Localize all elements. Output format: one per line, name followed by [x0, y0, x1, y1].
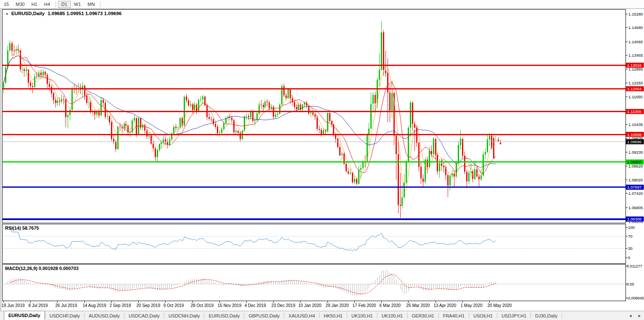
candle-up	[61, 99, 62, 102]
macd-axis-label: 0.011277	[627, 264, 642, 268]
timeframe-button-15[interactable]: 15	[0, 1, 12, 8]
symbol-tab-ger30-h1[interactable]: GER30,H1	[408, 311, 438, 320]
symbol-tab-usoil-h1[interactable]: USOil,H1	[469, 311, 497, 320]
chart-canvas[interactable]: 1.152801.146801.140651.134651.128651.122…	[0, 0, 644, 320]
timeframe-button-h4[interactable]: H4	[41, 1, 53, 8]
candle-up	[107, 116, 108, 117]
date-tick-label: 13 Apr 2020	[434, 303, 457, 308]
price-tick-label: 1.06805	[628, 205, 643, 210]
candle-up	[177, 128, 179, 129]
candle-down	[356, 179, 357, 184]
candle-down	[261, 105, 262, 105]
tab-scroll-left-icon[interactable]: ◄	[628, 314, 632, 318]
symbol-tab-eurusd-daily[interactable]: EURUSD,Daily	[4, 311, 45, 320]
tab-separator	[562, 313, 562, 318]
candle-down	[441, 163, 442, 166]
symbol-tab-usdcad-daily[interactable]: USDCAD,Daily	[124, 311, 164, 320]
symbol-tab-usdchf-daily[interactable]: USDCHF,Daily	[45, 311, 84, 320]
candle-down	[30, 83, 31, 86]
symbol-tab-xauusd-h4[interactable]: XAUUSD,H4	[284, 311, 319, 320]
candle-down	[414, 124, 415, 128]
svg-text:1.13034: 1.13034	[627, 63, 641, 68]
candle-down	[215, 124, 216, 127]
symbol-tab-usdcnh-daily[interactable]: USDCNH,Daily	[164, 311, 204, 320]
symbol-tab-uk100-h1[interactable]: UK100,H1	[347, 311, 377, 320]
symbol-tabbar: EURUSD,DailyUSDCHF,DailyAUDUSD,DailyUSDC…	[0, 311, 644, 320]
candle-down	[335, 135, 336, 139]
candle-up	[157, 150, 158, 157]
candle-down	[240, 133, 241, 139]
candle-down	[296, 107, 297, 109]
candle-up	[148, 136, 150, 136]
candle-up	[410, 102, 411, 128]
svg-text:1.08800: 1.08800	[627, 160, 641, 164]
candle-up	[57, 101, 58, 103]
timeframe-button-h1[interactable]: H1	[28, 1, 41, 8]
symbol-tab-hk50-h1[interactable]: HK50,H1	[319, 311, 347, 320]
candle-down	[385, 71, 386, 73]
candle-up	[169, 139, 170, 145]
candle-up	[124, 124, 125, 128]
candle-up	[161, 142, 162, 144]
timeframe-button-mn[interactable]: MN	[84, 1, 98, 8]
candle-down	[36, 76, 37, 77]
chart-legend: ▼ EURUSD,Daily 1.09685 1.09951 1.09673 1…	[5, 11, 121, 16]
macd-axis-label: -0.008845	[627, 296, 644, 300]
level-price-label: 1.10008	[626, 132, 644, 137]
candle-down	[493, 138, 494, 158]
candle-up	[21, 69, 23, 70]
date-tick-label: 8 Jul 2019	[29, 303, 48, 308]
candle-up	[341, 154, 343, 155]
candle-down	[53, 93, 54, 100]
candle-down	[153, 144, 154, 148]
candle-up	[425, 160, 426, 182]
svg-text:1.09696: 1.09696	[627, 139, 641, 144]
candle-up	[159, 144, 160, 150]
candle-down	[447, 175, 449, 186]
symbol-tab-audusd-daily[interactable]: AUDUSD,Daily	[84, 311, 124, 320]
candle-down	[396, 136, 397, 154]
date-tick-label: 17 Feb 2020	[353, 303, 377, 308]
symbol-tab-uk100-h1[interactable]: UK100,H1	[377, 311, 407, 320]
chart-dropdown-icon[interactable]: ▼	[5, 13, 8, 16]
date-tick-label: 25 Mar 2020	[406, 303, 430, 308]
candle-up	[179, 118, 181, 128]
symbol-tab-usdjpy-h1[interactable]: USDJPY,H1	[497, 311, 531, 320]
symbol-tab-dj30-daily[interactable]: DJ30,Daily	[531, 311, 562, 320]
candle-up	[298, 105, 299, 109]
timeframe-button-w1[interactable]: W1	[71, 1, 84, 8]
candle-up	[439, 163, 440, 171]
candle-up	[323, 130, 324, 134]
candle-down	[443, 166, 444, 167]
macd-axis-label: 0.00	[627, 282, 634, 286]
price-tick-label: 1.07420	[628, 191, 643, 196]
tab-scroll-right-icon[interactable]: ►	[638, 314, 641, 318]
candle-down	[238, 131, 239, 133]
date-tick-label: 4 Dec 2019	[245, 303, 267, 308]
symbol-tab-eurusd-daily[interactable]: EURUSD,Daily	[204, 311, 244, 320]
candle-down	[337, 139, 338, 147]
candle-down	[248, 116, 249, 117]
candle-up	[391, 93, 393, 110]
candle-down	[400, 205, 401, 206]
price-tick-label: 1.09235	[628, 150, 643, 155]
candle-down	[267, 102, 268, 102]
candle-up	[34, 76, 35, 87]
symbol-tab-gbpusd-daily[interactable]: GBPUSD,Daily	[244, 311, 284, 320]
candle-down	[13, 51, 15, 51]
candle-down	[63, 99, 64, 100]
candle-down	[105, 103, 106, 117]
price-tick-label: 1.08020	[628, 178, 643, 182]
timeframe-button-m30[interactable]: M30	[12, 1, 28, 8]
candle-up	[235, 131, 237, 132]
candle-up	[485, 152, 486, 154]
candle-up	[202, 97, 203, 100]
candle-down	[175, 127, 177, 128]
candle-down	[412, 102, 413, 124]
symbol-tab-fra40-h1[interactable]: FRA40,H1	[439, 311, 469, 320]
candle-up	[362, 162, 364, 168]
timeframe-button-d1[interactable]: D1	[58, 1, 71, 8]
candle-down	[346, 164, 347, 171]
date-tick-label: 20 May 2020	[488, 303, 512, 308]
candle-up	[69, 110, 71, 115]
